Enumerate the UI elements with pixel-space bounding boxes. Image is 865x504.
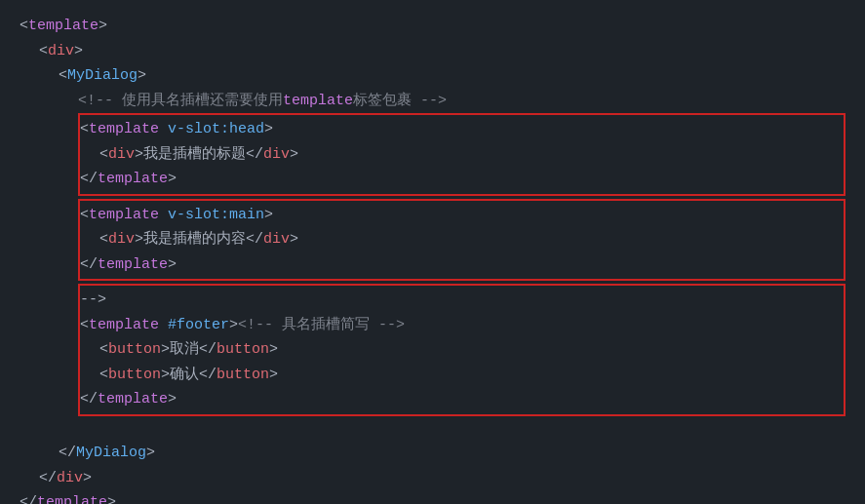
bracket: </ — [80, 252, 98, 278]
bracket: > — [269, 363, 278, 388]
bracket: </ — [246, 227, 263, 252]
bracket: > — [98, 14, 107, 39]
tag-mydialog: MyDialog — [67, 63, 138, 89]
box-head-slot: <template v-slot:head> <div>我是插槽的标题</div… — [78, 113, 845, 196]
line-9: <div>我是插槽的内容</div> — [80, 227, 844, 252]
tag-div3-close: div — [263, 227, 290, 252]
bracket: > — [74, 39, 83, 64]
tag-template-head: template — [89, 117, 159, 142]
bracket: > — [168, 387, 177, 412]
bracket: > — [107, 490, 116, 504]
tag-close-template1: template — [98, 167, 168, 192]
line-3: <MyDialog> — [20, 63, 845, 89]
comment-text2: 标签包裹 --> — [353, 89, 447, 114]
line-16: </MyDialog> — [20, 441, 845, 466]
tag-div: div — [48, 39, 74, 64]
bracket: > — [161, 337, 170, 363]
bracket: < — [99, 337, 108, 363]
line-13: <button>确认</button> — [80, 363, 844, 388]
line-2: <div> — [20, 39, 845, 64]
bracket: < — [20, 14, 28, 39]
bracket: > — [264, 203, 273, 228]
code-editor: <template> <div> <MyDialog> <!-- 使用具名插槽还… — [0, 0, 865, 504]
bracket: > — [290, 227, 298, 252]
bracket: > — [290, 142, 298, 168]
button-cancel-text: 取消 — [170, 337, 199, 363]
tag-mydialog-close: MyDialog — [76, 441, 146, 466]
attr-vslot-main: v-slot:main — [168, 203, 264, 228]
line-12: <button>取消</button> — [80, 337, 844, 363]
bracket: > — [269, 337, 278, 363]
bracket: < — [80, 313, 89, 338]
code-area: <template> <div> <MyDialog> <!-- 使用具名插槽还… — [20, 14, 845, 504]
line-11: <template #footer><!-- 具名插槽简写 --> — [80, 313, 844, 338]
comment-shorthand: <!-- 具名插槽简写 --> — [238, 313, 405, 338]
button-confirm-text: 确认 — [170, 363, 199, 388]
bracket: < — [99, 363, 108, 388]
bracket — [159, 203, 168, 228]
box-footer-slot: --> <template #footer><!-- 具名插槽简写 --> <b… — [78, 284, 845, 416]
tag-button2: button — [108, 363, 161, 388]
slot-title-text: 我是插槽的标题 — [143, 142, 246, 168]
tag-button2-close: button — [216, 363, 269, 388]
bracket — [159, 313, 168, 338]
bracket: > — [168, 167, 177, 192]
tag-close-template2: template — [98, 252, 168, 278]
tag-template-main: template — [89, 203, 159, 228]
bracket: </ — [80, 167, 98, 192]
line-4: <!-- 使用具名插槽还需要使用template标签包裹 --> — [20, 89, 845, 114]
tag-button1-close: button — [216, 337, 269, 363]
bracket: </ — [246, 142, 263, 168]
tag-template-outer-close: template — [37, 490, 107, 504]
bracket — [159, 117, 168, 142]
bracket: < — [59, 63, 67, 89]
bracket: > — [135, 142, 143, 168]
bracket: > — [168, 252, 177, 278]
bracket: > — [161, 363, 170, 388]
line-1: <template> — [20, 14, 845, 39]
bracket: < — [80, 117, 89, 142]
comment-text: <!-- 使用具名插槽还需要使用 — [78, 89, 283, 114]
line-10: </template> — [80, 252, 844, 278]
bracket: > — [135, 227, 143, 252]
tag-close-template3: template — [98, 387, 168, 412]
bracket: </ — [199, 337, 216, 363]
line-6: <div>我是插槽的标题</div> — [80, 142, 844, 168]
bracket: > — [229, 313, 238, 338]
bracket: </ — [199, 363, 216, 388]
tag-template-footer: template — [89, 313, 159, 338]
comment-template-keyword: template — [283, 89, 353, 114]
bracket: </ — [80, 387, 98, 412]
bracket: < — [39, 39, 48, 64]
bracket: > — [83, 466, 92, 491]
tag-div-close: div — [57, 466, 83, 491]
line-14: </template> — [80, 387, 844, 412]
bracket: > — [146, 441, 155, 466]
line-17: </div> — [20, 466, 845, 491]
attr-footer: #footer — [168, 313, 229, 338]
line-15 — [20, 416, 845, 442]
line-5: <template v-slot:head> — [80, 117, 844, 142]
bracket: > — [138, 63, 146, 89]
bracket: < — [99, 142, 108, 168]
bracket: > — [264, 117, 273, 142]
tag-template: template — [28, 14, 98, 39]
tag-div3: div — [108, 227, 135, 252]
line-8: <template v-slot:main> — [80, 203, 844, 228]
tag-div2: div — [108, 142, 135, 168]
bracket: < — [80, 203, 89, 228]
bracket: </ — [59, 441, 76, 466]
bracket: </ — [20, 490, 37, 504]
line-18: </template> — [20, 490, 845, 504]
bracket: < — [99, 227, 108, 252]
attr-vslot: v-slot:head — [168, 117, 264, 142]
line-7: </template> — [80, 167, 844, 192]
bracket: </ — [39, 466, 57, 491]
tag-button1: button — [108, 337, 161, 363]
slot-content-text: 我是插槽的内容 — [143, 227, 246, 252]
box-main-slot: <template v-slot:main> <div>我是插槽的内容</div… — [78, 199, 845, 282]
tag-div2-close: div — [263, 142, 290, 168]
